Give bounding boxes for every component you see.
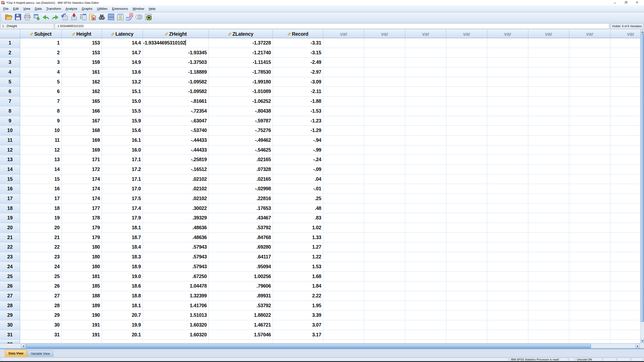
data-cell[interactable]: -2.97 [273, 67, 323, 77]
empty-cell[interactable] [569, 281, 610, 291]
column-header-latency[interactable]: Latency [102, 30, 143, 38]
data-cell[interactable]: 1.60320 [143, 330, 209, 340]
empty-cell[interactable] [405, 252, 446, 262]
row-number[interactable]: 17 [0, 194, 20, 204]
empty-cell[interactable] [102, 340, 143, 343]
row-number[interactable]: 6 [0, 87, 20, 97]
empty-cell[interactable] [323, 155, 364, 165]
vertical-scroll-thumb[interactable] [641, 34, 644, 322]
empty-cell[interactable] [323, 340, 364, 343]
data-cell[interactable]: 6 [20, 87, 62, 97]
split-file-button[interactable] [106, 13, 116, 22]
data-cell[interactable]: 7 [20, 97, 62, 106]
empty-cell[interactable] [364, 155, 405, 165]
data-cell[interactable]: .48636 [143, 223, 209, 233]
column-header-var[interactable]: var [610, 30, 640, 38]
row-number[interactable]: 15 [0, 174, 20, 184]
empty-cell[interactable] [364, 87, 405, 97]
row-number[interactable]: 24 [0, 262, 20, 272]
empty-cell[interactable] [364, 77, 405, 87]
empty-cell[interactable] [446, 262, 487, 272]
empty-cell[interactable] [487, 116, 528, 126]
empty-cell[interactable] [610, 281, 640, 291]
empty-cell[interactable] [446, 106, 487, 116]
column-header-var[interactable]: var [569, 30, 610, 38]
empty-cell[interactable] [405, 213, 446, 223]
horizontal-scroll-thumb[interactable] [26, 344, 591, 348]
variables-info-button[interactable] [78, 13, 88, 22]
empty-cell[interactable] [405, 58, 446, 67]
empty-cell[interactable] [364, 213, 405, 223]
empty-cell[interactable] [20, 340, 62, 343]
column-header-var[interactable]: var [487, 30, 528, 38]
data-cell[interactable]: 161 [62, 67, 102, 77]
data-cell[interactable]: 169 [62, 135, 102, 145]
empty-cell[interactable] [610, 126, 640, 135]
empty-cell[interactable] [528, 252, 569, 262]
data-cell[interactable]: .67250 [143, 272, 209, 282]
data-cell[interactable]: -.99 [273, 145, 323, 155]
data-cell[interactable]: -2.49 [273, 58, 323, 67]
empty-cell[interactable] [610, 116, 640, 126]
empty-cell[interactable] [610, 330, 640, 340]
empty-cell[interactable] [405, 174, 446, 184]
data-cell[interactable]: -.54625 [209, 145, 273, 155]
data-cell[interactable]: -1.29 [273, 126, 323, 135]
empty-cell[interactable] [405, 135, 446, 145]
empty-cell[interactable] [446, 213, 487, 223]
empty-cell[interactable] [528, 126, 569, 135]
empty-cell[interactable] [364, 48, 405, 58]
empty-cell[interactable] [569, 126, 610, 135]
empty-cell[interactable] [364, 58, 405, 67]
data-cell[interactable]: 16.0 [102, 145, 143, 155]
empty-cell[interactable] [405, 165, 446, 174]
empty-cell[interactable] [528, 320, 569, 330]
data-cell[interactable]: .22816 [209, 194, 273, 204]
empty-cell[interactable] [364, 165, 405, 174]
empty-cell[interactable] [487, 204, 528, 213]
data-cell[interactable]: -.01 [273, 184, 323, 194]
data-cell[interactable]: 26 [20, 281, 62, 291]
empty-cell[interactable] [273, 340, 323, 343]
empty-cell[interactable] [487, 291, 528, 301]
empty-cell[interactable] [446, 310, 487, 320]
data-cell[interactable]: 18.1 [102, 301, 143, 311]
data-cell[interactable]: 15.5 [102, 106, 143, 116]
data-cell[interactable]: 4 [20, 67, 62, 77]
empty-cell[interactable] [446, 174, 487, 184]
data-cell[interactable]: .57943 [143, 262, 209, 272]
empty-cell[interactable] [364, 145, 405, 155]
empty-cell[interactable] [528, 310, 569, 320]
data-cell[interactable]: 17.1 [102, 174, 143, 184]
empty-cell[interactable] [528, 174, 569, 184]
empty-cell[interactable] [569, 97, 610, 106]
empty-cell[interactable] [323, 330, 364, 340]
find-button[interactable] [97, 13, 106, 22]
row-number[interactable]: 19 [0, 213, 20, 223]
empty-cell[interactable] [487, 310, 528, 320]
empty-cell[interactable] [323, 165, 364, 174]
data-cell[interactable]: 15 [20, 174, 62, 184]
empty-cell[interactable] [323, 48, 364, 58]
data-cell[interactable]: 18.7 [102, 233, 143, 243]
empty-cell[interactable] [323, 204, 364, 213]
empty-cell[interactable] [610, 320, 640, 330]
row-number[interactable]: 27 [0, 291, 20, 301]
empty-cell[interactable] [446, 38, 487, 48]
data-cell[interactable]: 162 [62, 87, 102, 97]
data-cell[interactable]: .83 [273, 213, 323, 223]
data-cell[interactable]: -.24 [273, 155, 323, 165]
empty-cell[interactable] [405, 320, 446, 330]
data-cell[interactable]: 190 [62, 310, 102, 320]
data-cell[interactable]: 27 [20, 291, 62, 301]
empty-cell[interactable] [446, 233, 487, 243]
data-cell[interactable]: -1.09582 [143, 77, 209, 87]
data-cell[interactable]: 18.6 [102, 281, 143, 291]
empty-cell[interactable] [569, 320, 610, 330]
empty-cell[interactable] [405, 145, 446, 155]
data-cell[interactable]: 1.27 [273, 242, 323, 252]
scroll-right-button[interactable] [635, 344, 640, 348]
data-cell[interactable]: 191 [62, 330, 102, 340]
empty-cell[interactable] [487, 233, 528, 243]
empty-cell[interactable] [405, 281, 446, 291]
